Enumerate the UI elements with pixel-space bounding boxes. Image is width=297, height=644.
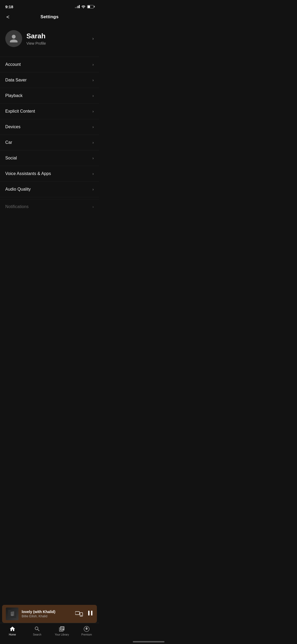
- nav-search[interactable]: Search: [25, 626, 50, 636]
- settings-label-social: Social: [5, 156, 17, 160]
- settings-label-devices: Devices: [5, 125, 21, 129]
- settings-chevron-account-icon: ›: [92, 62, 94, 67]
- settings-item-explicit-content[interactable]: Explicit Content ›: [0, 104, 99, 119]
- settings-chevron-devices-icon: ›: [92, 125, 94, 129]
- settings-chevron-social-icon: ›: [92, 156, 94, 160]
- settings-chevron-voice-assistants-icon: ›: [92, 172, 94, 176]
- settings-label-voice-assistants: Voice Assistants & Apps: [5, 171, 51, 176]
- track-info: lovely (with Khalid) Billie Eilish, Khal…: [22, 610, 55, 618]
- settings-item-account[interactable]: Account ›: [0, 57, 99, 72]
- settings-label-explicit-content: Explicit Content: [5, 109, 35, 114]
- notifications-chevron-icon: ›: [92, 205, 94, 209]
- settings-label-data-saver: Data Saver: [5, 78, 27, 82]
- settings-item-data-saver[interactable]: Data Saver ›: [0, 72, 99, 88]
- svg-point-5: [81, 615, 82, 616]
- svg-rect-7: [91, 611, 92, 615]
- settings-label-car: Car: [5, 140, 12, 145]
- avatar: [5, 30, 22, 47]
- settings-item-devices[interactable]: Devices ›: [0, 119, 99, 135]
- album-art: [6, 608, 18, 620]
- svg-rect-3: [75, 611, 79, 615]
- wifi-icon: [81, 5, 86, 8]
- settings-item-playback[interactable]: Playback ›: [0, 88, 99, 104]
- profile-chevron-icon: ›: [92, 36, 94, 41]
- now-playing-bar[interactable]: lovely (with Khalid) Billie Eilish, Khal…: [2, 605, 97, 623]
- settings-list: Account › Data Saver › Playback › Explic…: [0, 54, 99, 199]
- profile-info: Sarah View Profile: [26, 32, 46, 45]
- back-button[interactable]: <: [5, 13, 11, 21]
- track-title: lovely (with Khalid): [22, 610, 55, 614]
- search-label: Search: [33, 633, 41, 636]
- settings-item-car[interactable]: Car ›: [0, 135, 99, 150]
- nav-premium[interactable]: Premium: [74, 626, 99, 636]
- settings-item-audio-quality[interactable]: Audio Quality ›: [0, 182, 99, 197]
- notifications-label: Notifications: [5, 204, 29, 209]
- home-label: Home: [9, 633, 16, 636]
- settings-item-voice-assistants[interactable]: Voice Assistants & Apps ›: [0, 166, 99, 182]
- status-time: 9:18: [5, 4, 13, 9]
- settings-item-social[interactable]: Social ›: [0, 150, 99, 166]
- settings-header: < Settings: [0, 12, 99, 24]
- search-icon: [34, 626, 40, 632]
- bottom-nav: Home Search Your Library Premium: [0, 623, 99, 644]
- svg-point-9: [86, 628, 87, 629]
- settings-chevron-playback-icon: ›: [92, 94, 94, 98]
- nav-library[interactable]: Your Library: [50, 626, 74, 636]
- settings-label-account: Account: [5, 62, 21, 67]
- device-connect-icon[interactable]: [75, 611, 83, 617]
- library-label: Your Library: [55, 633, 69, 636]
- svg-rect-6: [88, 611, 89, 615]
- track-artist: Billie Eilish, Khalid: [22, 614, 55, 618]
- page-title: Settings: [40, 14, 59, 20]
- status-bar: 9:18: [0, 0, 99, 12]
- now-playing-controls: [75, 610, 93, 618]
- settings-label-playback: Playback: [5, 93, 23, 98]
- premium-icon: [83, 626, 90, 632]
- battery-icon: [87, 5, 94, 8]
- notifications-item[interactable]: Notifications ›: [0, 199, 99, 214]
- settings-label-audio-quality: Audio Quality: [5, 187, 31, 192]
- settings-chevron-car-icon: ›: [92, 140, 94, 145]
- svg-point-2: [12, 615, 12, 615]
- status-icons: [75, 5, 94, 8]
- premium-label: Premium: [81, 633, 92, 636]
- settings-chevron-explicit-content-icon: ›: [92, 109, 94, 113]
- home-icon: [9, 626, 16, 632]
- profile-section[interactable]: Sarah View Profile ›: [0, 24, 99, 54]
- pause-button[interactable]: [87, 610, 93, 618]
- settings-chevron-audio-quality-icon: ›: [92, 187, 94, 191]
- settings-chevron-data-saver-icon: ›: [92, 78, 94, 82]
- view-profile-link[interactable]: View Profile: [26, 41, 46, 45]
- signal-icon: [75, 5, 80, 8]
- profile-left: Sarah View Profile: [5, 30, 46, 47]
- nav-home[interactable]: Home: [0, 626, 25, 636]
- now-playing-left: lovely (with Khalid) Billie Eilish, Khal…: [6, 608, 55, 620]
- profile-name: Sarah: [26, 32, 46, 40]
- library-icon: [59, 626, 65, 632]
